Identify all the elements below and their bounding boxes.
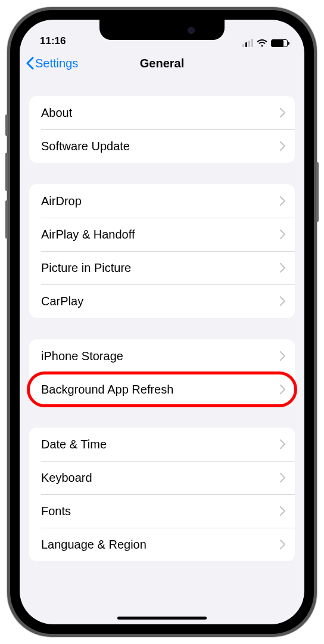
row-airplay-handoff[interactable]: AirPlay & Handoff — [29, 218, 295, 251]
row-airdrop[interactable]: AirDrop — [29, 184, 295, 218]
chevron-right-icon — [280, 540, 285, 549]
row-label: Keyboard — [41, 471, 92, 485]
row-label: iPhone Storage — [41, 349, 123, 363]
row-label: Picture in Picture — [41, 261, 131, 275]
navigation-bar: Settings General — [20, 48, 304, 78]
row-date-time[interactable]: Date & Time — [29, 428, 295, 461]
chevron-right-icon — [280, 296, 285, 306]
chevron-right-icon — [280, 439, 285, 449]
row-carplay[interactable]: CarPlay — [29, 284, 295, 318]
back-button[interactable]: Settings — [26, 57, 78, 70]
row-label: About — [41, 106, 72, 120]
chevron-right-icon — [280, 351, 285, 361]
settings-group: AirDrop AirPlay & Handoff Picture in Pic… — [29, 184, 295, 318]
row-label: CarPlay — [41, 295, 83, 308]
device-notch — [99, 20, 225, 40]
chevron-right-icon — [280, 196, 285, 206]
home-indicator[interactable] — [117, 617, 207, 620]
row-background-app-refresh[interactable]: Background App Refresh — [29, 373, 295, 406]
row-label: AirDrop — [41, 194, 82, 208]
settings-group: About Software Update — [29, 96, 295, 163]
chevron-right-icon — [280, 141, 285, 151]
row-fonts[interactable]: Fonts — [29, 494, 295, 528]
row-picture-in-picture[interactable]: Picture in Picture — [29, 251, 295, 284]
back-label: Settings — [35, 57, 78, 70]
status-time: 11:16 — [40, 35, 66, 47]
chevron-right-icon — [280, 473, 285, 482]
chevron-right-icon — [280, 506, 285, 516]
chevron-right-icon — [280, 230, 285, 239]
row-label: Date & Time — [41, 438, 107, 451]
row-keyboard[interactable]: Keyboard — [29, 461, 295, 494]
row-about[interactable]: About — [29, 96, 295, 129]
chevron-right-icon — [280, 263, 285, 273]
row-software-update[interactable]: Software Update — [29, 129, 295, 163]
row-label: Language & Region — [41, 538, 147, 552]
battery-icon — [271, 39, 288, 47]
chevron-right-icon — [280, 385, 285, 394]
row-label: Software Update — [41, 140, 130, 153]
page-title: General — [140, 57, 184, 70]
chevron-left-icon — [26, 57, 34, 70]
settings-list: About Software Update AirDrop AirPlay & — [20, 78, 304, 624]
wifi-icon — [257, 39, 267, 47]
cellular-signal-icon — [242, 39, 253, 47]
settings-group: iPhone Storage Background App Refresh — [29, 339, 295, 406]
row-label: Background App Refresh — [41, 383, 173, 397]
settings-group: Date & Time Keyboard Fonts Language & Re… — [29, 428, 295, 561]
row-language-region[interactable]: Language & Region — [29, 528, 295, 561]
row-iphone-storage[interactable]: iPhone Storage — [29, 339, 295, 373]
row-label: Fonts — [41, 504, 71, 518]
chevron-right-icon — [280, 108, 285, 117]
row-label: AirPlay & Handoff — [41, 228, 135, 242]
